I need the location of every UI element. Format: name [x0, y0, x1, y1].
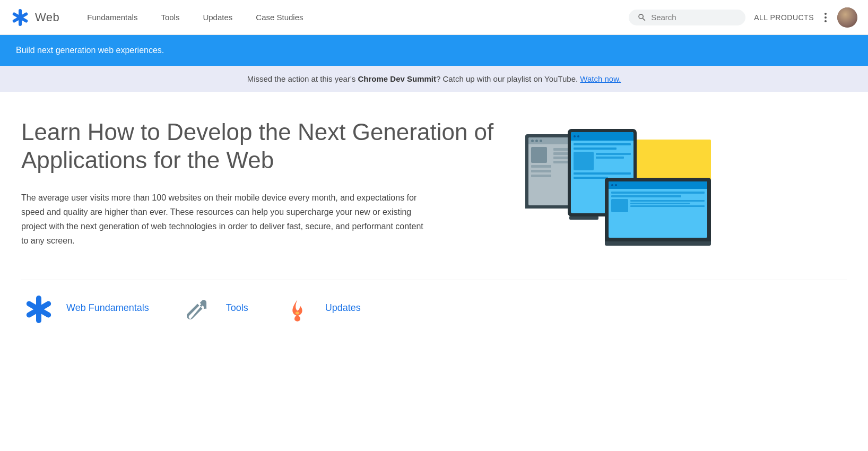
logo-area[interactable]: Web: [11, 8, 59, 27]
main-content: Learn How to Develop the Next Generation…: [0, 92, 868, 346]
updates-icon: [280, 291, 315, 325]
navbar: Web Fundamentals Tools Updates Case Stud…: [0, 0, 868, 35]
user-avatar[interactable]: [837, 7, 857, 28]
hero-image: [520, 129, 711, 246]
web-fundamentals-icon: [21, 291, 56, 325]
blue-banner: Build next generation web experiences.: [0, 35, 868, 66]
card-tools-label: Tools: [226, 302, 248, 314]
blue-banner-text: Build next generation web experiences.: [16, 46, 164, 55]
card-web-fundamentals[interactable]: Web Fundamentals: [21, 291, 149, 325]
hero-text: Learn How to Develop the Next Generation…: [21, 118, 499, 248]
announcement-text: Missed the action at this year's Chrome …: [247, 74, 621, 83]
card-updates-label: Updates: [325, 302, 361, 314]
card-updates[interactable]: Updates: [280, 291, 361, 325]
nav-right: ALL PRODUCTS: [629, 7, 857, 28]
nav-updates[interactable]: Updates: [191, 0, 244, 35]
search-container[interactable]: [629, 10, 745, 25]
announcement-suffix: ? Catch up with our playlist on YouTube.: [436, 74, 580, 83]
nav-case-studies[interactable]: Case Studies: [244, 0, 315, 35]
devices-illustration: [520, 129, 711, 246]
web-logo-icon: [11, 8, 30, 27]
announcement-link[interactable]: Watch now.: [580, 74, 621, 83]
announcement-bold: Chrome Dev Summit: [358, 74, 436, 83]
all-products-button[interactable]: ALL PRODUCTS: [754, 13, 814, 22]
more-menu-icon[interactable]: [822, 11, 829, 24]
tools-icon: [181, 291, 215, 325]
logo-text: Web: [35, 11, 59, 24]
search-input[interactable]: [651, 13, 725, 22]
nav-fundamentals[interactable]: Fundamentals: [75, 0, 149, 35]
bottom-cards: Web Fundamentals Tools Updates: [21, 280, 847, 325]
search-icon: [637, 13, 647, 22]
card-tools[interactable]: Tools: [181, 291, 248, 325]
card-web-fundamentals-label: Web Fundamentals: [66, 302, 149, 314]
announcement-bar: Missed the action at this year's Chrome …: [0, 66, 868, 92]
nav-links: Fundamentals Tools Updates Case Studies: [75, 0, 629, 35]
hero-title: Learn How to Develop the Next Generation…: [21, 118, 499, 175]
hero-section: Learn How to Develop the Next Generation…: [21, 118, 847, 248]
announcement-prefix: Missed the action at this year's: [247, 74, 358, 83]
nav-tools[interactable]: Tools: [149, 0, 191, 35]
hero-description: The average user visits more than 100 we…: [21, 190, 424, 248]
